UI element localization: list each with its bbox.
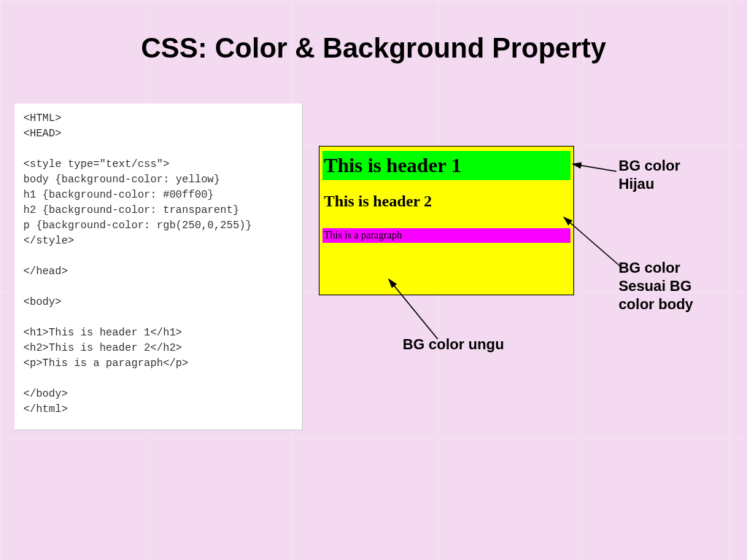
- annotation-sesuai: BG color Sesuai BG color body: [619, 259, 721, 314]
- preview-p: This is a paragraph: [322, 228, 570, 243]
- svg-line-0: [573, 164, 616, 171]
- slide-title: CSS: Color & Background Property: [0, 33, 747, 64]
- preview-h2: This is header 2: [322, 190, 570, 212]
- annotation-ungu: BG color ungu: [403, 335, 504, 354]
- preview-h1: This is header 1: [322, 151, 570, 180]
- annotation-hijau: BG color Hijau: [619, 157, 713, 193]
- code-block: <HTML> <HEAD> <style type="text/css"> bo…: [15, 104, 303, 430]
- preview-box: This is header 1 This is header 2 This i…: [319, 146, 574, 295]
